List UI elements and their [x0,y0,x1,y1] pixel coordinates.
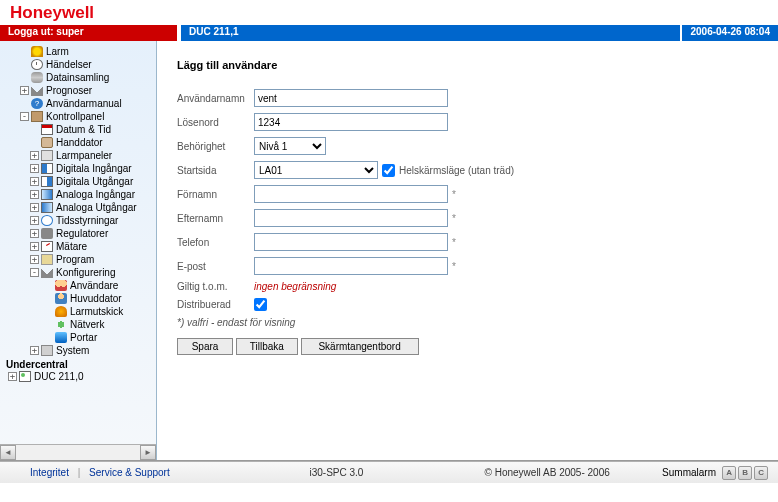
firstname-input[interactable] [254,185,448,203]
expand-icon[interactable]: + [30,229,39,238]
expand-icon[interactable]: + [30,164,39,173]
summalarm-b[interactable]: B [738,466,752,480]
valid-value: ingen begränsning [254,281,336,292]
expand-icon[interactable]: + [30,216,39,225]
sidebar-item-analoga-ing-ngar[interactable]: +Analoga Ingångar [0,188,156,201]
save-button[interactable]: Spara [177,338,233,355]
distributed-checkbox[interactable] [254,298,267,311]
sidebar-item-anv-ndarmanual[interactable]: ?Användarmanual [0,97,156,110]
user-icon [55,293,67,304]
anin-icon [41,189,53,200]
sidebar-item-kontrollpanel[interactable]: -Kontrollpanel [0,110,156,123]
username-input[interactable] [254,89,448,107]
sys-icon [41,345,53,356]
expand-icon[interactable]: + [30,151,39,160]
sidebar-item-duc[interactable]: + DUC 211,0 [0,370,156,383]
label-valid: Giltig t.o.m. [177,281,254,292]
sidebar-item-label: Datainsamling [46,72,109,83]
sidebar-item-digitala-ing-ngar[interactable]: +Digitala Ingångar [0,162,156,175]
phone-input[interactable] [254,233,448,251]
page-title: Lägg till användare [177,59,758,71]
sidebar-item-datainsamling[interactable]: Datainsamling [0,71,156,84]
expand-icon[interactable]: + [30,203,39,212]
sidebar-item-tidsstyrningar[interactable]: +Tidsstyrningar [0,214,156,227]
collapse-icon[interactable]: - [30,268,39,277]
digout-icon [41,176,53,187]
expand-icon[interactable]: + [30,242,39,251]
collapse-icon[interactable]: - [20,112,29,121]
fullscreen-checkbox[interactable] [382,164,395,177]
expand-icon[interactable]: + [30,346,39,355]
sidebar-item-label: Mätare [56,241,87,252]
datetime: 2006-04-26 08:04 [680,25,778,41]
footer-copyright: © Honeywell AB 2005- 2006 [432,467,662,478]
sidebar-item-larm[interactable]: Larm [0,45,156,58]
sidebar-item-label: Larmpaneler [56,150,112,161]
sidebar-item-analoga-utg-ngar[interactable]: +Analoga Utgångar [0,201,156,214]
sidebar-item-h-ndelser[interactable]: Händelser [0,58,156,71]
pda-icon [41,137,53,148]
duc-icon [19,371,31,382]
sidebar-item-label: Användare [70,280,118,291]
expand-icon[interactable]: + [30,255,39,264]
undercentral-heading: Undercentral [0,359,156,370]
scroll-right-icon[interactable]: ► [140,445,156,460]
label-permission: Behörighet [177,141,254,152]
sidebar-item-label: Regulatorer [56,228,108,239]
back-button[interactable]: Tillbaka [236,338,298,355]
label-password: Lösenord [177,117,254,128]
sidebar-item-label: Konfigurering [56,267,115,278]
title-bar: Logga ut: super DUC 211,1 2006-04-26 08:… [0,25,778,41]
expand-icon[interactable]: + [20,86,29,95]
sidebar-item-larmutskick[interactable]: Larmutskick [0,305,156,318]
scroll-left-icon[interactable]: ◄ [0,445,16,460]
footer: Integritet | Service & Support i30-SPC 3… [0,461,778,483]
summalarm-a[interactable]: A [722,466,736,480]
sidebar-item-label: Prognoser [46,85,92,96]
sidebar-item-huvuddator[interactable]: Huvuddator [0,292,156,305]
permission-select[interactable]: Nivå 1 [254,137,326,155]
sidebar-item-label: Kontrollpanel [46,111,104,122]
footer-integrity-link[interactable]: Integritet [30,467,69,478]
password-input[interactable] [254,113,448,131]
sidebar-item-label: Datum & Tid [56,124,111,135]
logout-link[interactable]: Logga ut: super [0,25,177,41]
expand-icon[interactable]: + [30,190,39,199]
sidebar-item-anv-ndare[interactable]: Användare [0,279,156,292]
expand-icon[interactable]: + [8,372,17,381]
panel-icon [41,150,53,161]
sidebar-item-label: DUC 211,0 [34,371,83,382]
bell-icon [31,46,43,57]
brand-logo: Honeywell [10,3,94,23]
sidebar-item-label: Portar [70,332,97,343]
sidebar-item-label: Tidsstyrningar [56,215,118,226]
sidebar-item-regulatorer[interactable]: +Regulatorer [0,227,156,240]
optional-marker: * [452,261,456,272]
summalarm-c[interactable]: C [754,466,768,480]
sidebar-item-label: Handdator [56,137,103,148]
sidebar-item-konfigurering[interactable]: -Konfigurering [0,266,156,279]
clock-icon [31,59,43,70]
footer-support-link[interactable]: Service & Support [89,467,170,478]
sidebar-item-program[interactable]: +Program [0,253,156,266]
sidebar-item-label: Larm [46,46,69,57]
sidebar-item-larmpaneler[interactable]: +Larmpaneler [0,149,156,162]
sidebar-item-portar[interactable]: Portar [0,331,156,344]
sidebar-scrollbar[interactable]: ◄ ► [0,444,156,460]
startpage-select[interactable]: LA01 [254,161,378,179]
users-icon [55,280,67,291]
sidebar-item-digitala-utg-ngar[interactable]: +Digitala Utgångar [0,175,156,188]
wrench-icon [41,267,53,278]
keyboard-button[interactable]: Skärmtangentbord [301,338,419,355]
expand-icon[interactable]: + [30,177,39,186]
sidebar-item-handdator[interactable]: Handdator [0,136,156,149]
lastname-input[interactable] [254,209,448,227]
sidebar-item-system[interactable]: +System [0,344,156,357]
sidebar-item-n-tverk[interactable]: Nätverk [0,318,156,331]
sidebar-item-m-tare[interactable]: +Mätare [0,240,156,253]
sidebar-item-datum-tid[interactable]: Datum & Tid [0,123,156,136]
email-input[interactable] [254,257,448,275]
net-icon [55,319,67,330]
sidebar-item-prognoser[interactable]: +Prognoser [0,84,156,97]
form-note: *) valfri - endast för visning [177,317,758,328]
